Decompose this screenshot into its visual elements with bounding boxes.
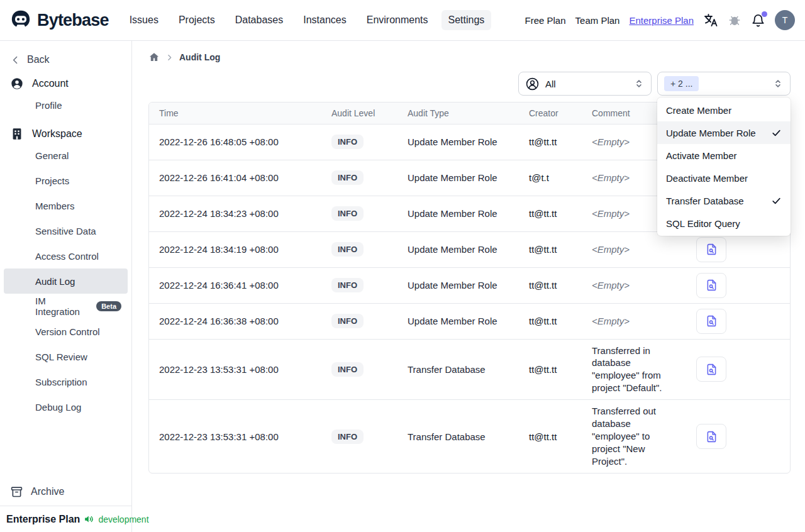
menu-item-activate-member[interactable]: Activate Member bbox=[657, 144, 791, 167]
brand-name: Bytebase bbox=[37, 11, 109, 30]
sidebar-item-access-control[interactable]: Access Control bbox=[4, 243, 128, 269]
notifications-bell-icon[interactable] bbox=[751, 13, 765, 28]
cell-creator: tt@tt.tt bbox=[519, 267, 582, 303]
cell-creator: tt@tt.tt bbox=[519, 303, 582, 339]
sidebar-item-im-integration[interactable]: IM Integration Beta bbox=[4, 294, 128, 319]
breadcrumb: Audit Log bbox=[148, 50, 791, 65]
column-header-time: Time bbox=[149, 103, 321, 124]
back-button[interactable]: Back bbox=[0, 52, 131, 67]
view-detail-button[interactable] bbox=[696, 309, 726, 334]
cell-audit-level: INFO bbox=[321, 196, 397, 231]
creator-filter-select[interactable]: All bbox=[518, 72, 652, 96]
check-icon bbox=[771, 128, 782, 138]
plan-footer: Enterprise Plan development bbox=[0, 506, 131, 532]
bytebase-logo-icon bbox=[9, 8, 33, 32]
cell-time: 2022-12-24 16:36:41 +08:00 bbox=[149, 267, 321, 303]
view-detail-button[interactable] bbox=[696, 237, 726, 262]
translate-icon[interactable] bbox=[703, 13, 718, 28]
chevron-up-down-icon bbox=[633, 78, 645, 89]
main-nav-links: IssuesProjectsDatabasesInstancesEnvironm… bbox=[123, 10, 492, 30]
cell-creator: tt@tt.tt bbox=[519, 196, 582, 231]
sidebar-group-account: Account bbox=[0, 75, 131, 92]
sidebar-item-sql-review[interactable]: SQL Review bbox=[4, 344, 128, 369]
sidebar-item-general[interactable]: General bbox=[4, 143, 128, 168]
cell-time: 2022-12-26 16:41:04 +08:00 bbox=[149, 160, 321, 196]
free-plan-link[interactable]: Free Plan bbox=[525, 15, 566, 26]
cell-comment: <Empty> bbox=[582, 303, 686, 339]
cell-comment: Transferred in database "employee" from … bbox=[582, 339, 686, 400]
nav-link-databases[interactable]: Databases bbox=[228, 10, 291, 30]
breadcrumb-current: Audit Log bbox=[179, 52, 220, 62]
view-detail-button[interactable] bbox=[696, 357, 726, 382]
file-search-icon bbox=[705, 279, 718, 292]
column-header-creator: Creator bbox=[519, 103, 582, 124]
audit-level-badge: INFO bbox=[331, 135, 364, 149]
audit-level-badge: INFO bbox=[331, 206, 364, 221]
audit-log-page: Audit Log All + 2 ... bbox=[132, 41, 805, 532]
nav-link-issues[interactable]: Issues bbox=[123, 10, 165, 30]
sidebar-item-profile[interactable]: Profile bbox=[4, 92, 128, 118]
cell-actions bbox=[686, 339, 790, 400]
sidebar-item-sensitive-data[interactable]: Sensitive Data bbox=[4, 218, 128, 243]
sidebar-item-members[interactable]: Members bbox=[4, 193, 128, 218]
home-icon[interactable] bbox=[148, 52, 160, 63]
sidebar-item-subscription[interactable]: Subscription bbox=[4, 369, 128, 394]
menu-item-transfer-database[interactable]: Transfer Database bbox=[657, 189, 791, 212]
menu-item-update-member-role[interactable]: Update Member Role bbox=[657, 121, 791, 144]
menu-item-sql-editor-query[interactable]: SQL Editor Query bbox=[657, 212, 791, 235]
cell-audit-level: INFO bbox=[321, 267, 397, 303]
cell-audit-type: Update Member Role bbox=[397, 303, 519, 339]
menu-item-deactivate-member[interactable]: Deactivate Member bbox=[657, 167, 791, 189]
sidebar-item-debug-log[interactable]: Debug Log bbox=[4, 394, 128, 419]
file-search-icon bbox=[705, 314, 718, 328]
sidebar-item-archive[interactable]: Archive bbox=[0, 478, 131, 506]
sidebar-item-projects[interactable]: Projects bbox=[4, 168, 128, 193]
audit-type-dropdown-menu: Create Member Update Member Role Activat… bbox=[657, 97, 791, 236]
avatar[interactable]: T bbox=[775, 10, 795, 30]
sidebar-item-version-control[interactable]: Version Control bbox=[4, 319, 128, 344]
chevron-right-icon bbox=[165, 53, 174, 62]
bytebase-logo[interactable]: Bytebase bbox=[9, 8, 109, 32]
beta-badge: Beta bbox=[96, 301, 121, 311]
audit-type-filter-select[interactable]: + 2 ... bbox=[657, 72, 791, 96]
column-header-audit-type: Audit Type bbox=[397, 103, 519, 124]
cell-time: 2022-12-23 13:53:31 +08:00 bbox=[149, 400, 321, 473]
nav-link-settings[interactable]: Settings bbox=[441, 10, 492, 30]
cell-actions bbox=[686, 231, 790, 267]
cell-audit-type: Update Member Role bbox=[397, 160, 519, 196]
back-label: Back bbox=[27, 54, 50, 65]
cell-creator: t@t.t bbox=[519, 160, 582, 196]
enterprise-plan-link[interactable]: Enterprise Plan bbox=[629, 15, 694, 26]
sidebar-group-workspace: Workspace bbox=[0, 125, 131, 143]
nav-link-instances[interactable]: Instances bbox=[296, 10, 353, 30]
audit-level-badge: INFO bbox=[331, 362, 364, 377]
bug-report-icon[interactable] bbox=[728, 13, 741, 27]
file-search-icon bbox=[705, 363, 718, 376]
building-icon bbox=[10, 127, 24, 141]
audit-level-badge: INFO bbox=[331, 278, 364, 292]
cell-audit-level: INFO bbox=[321, 303, 397, 339]
cell-audit-type: Update Member Role bbox=[397, 124, 519, 160]
cell-actions bbox=[686, 400, 790, 473]
cell-actions bbox=[686, 267, 790, 303]
audit-level-badge: INFO bbox=[331, 170, 364, 185]
view-detail-button[interactable] bbox=[696, 424, 726, 449]
cell-creator: tt@tt.tt bbox=[519, 124, 582, 160]
user-icon bbox=[10, 77, 24, 91]
view-detail-button[interactable] bbox=[696, 273, 726, 298]
check-icon bbox=[771, 196, 782, 206]
audit-log-row: 2022-12-23 13:53:31 +08:00 INFO Transfer… bbox=[149, 400, 790, 473]
team-plan-link[interactable]: Team Plan bbox=[575, 15, 620, 26]
audit-type-filter-value: + 2 ... bbox=[664, 76, 699, 91]
audit-log-row: 2022-12-24 18:34:19 +08:00 INFO Update M… bbox=[149, 231, 790, 267]
sidebar-item-audit-log[interactable]: Audit Log bbox=[4, 269, 128, 294]
audit-log-row: 2022-12-24 16:36:38 +08:00 INFO Update M… bbox=[149, 303, 790, 339]
nav-link-projects[interactable]: Projects bbox=[172, 10, 222, 30]
notification-dot bbox=[762, 11, 767, 17]
nav-link-environments[interactable]: Environments bbox=[360, 10, 435, 30]
cell-audit-level: INFO bbox=[321, 160, 397, 196]
cell-audit-type: Transfer Database bbox=[397, 400, 519, 473]
chevron-left-icon bbox=[10, 55, 21, 65]
menu-item-create-member[interactable]: Create Member bbox=[657, 99, 791, 121]
audit-level-badge: INFO bbox=[331, 242, 364, 257]
